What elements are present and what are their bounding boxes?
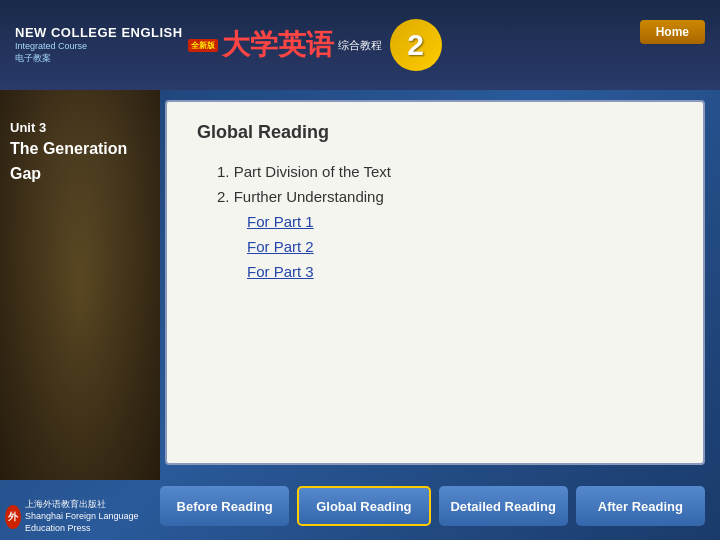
publisher-info: 外 上海外语教育出版社 Shanghai Foreign Language Ed… xyxy=(5,502,145,532)
bottom-nav: Before Reading Global Reading Detailed R… xyxy=(160,482,705,530)
unit-title-line1: The Generation xyxy=(10,139,127,160)
chinese-main-title: 大学英语 xyxy=(222,26,334,64)
publisher-icon: 外 xyxy=(5,505,21,529)
chinese-sub-title: 综合教程 xyxy=(338,38,382,53)
header-subtitle-integrated: Integrated Course xyxy=(15,41,183,51)
unit-info: Unit 3 The Generation Gap xyxy=(10,120,127,185)
header-title-eng: NEW COLLEGE ENGLISH xyxy=(15,25,183,40)
publisher-logo: 外 上海外语教育出版社 Shanghai Foreign Language Ed… xyxy=(5,502,145,532)
after-reading-button[interactable]: After Reading xyxy=(576,486,705,526)
content-card: Global Reading 1. Part Division of the T… xyxy=(165,100,705,465)
detailed-reading-button[interactable]: Detailed Reading xyxy=(439,486,568,526)
card-sub-3[interactable]: For Part 3 xyxy=(247,263,673,280)
header-bar: NEW COLLEGE ENGLISH Integrated Course 电子… xyxy=(0,0,720,90)
header-logo: NEW COLLEGE ENGLISH Integrated Course 电子… xyxy=(15,25,183,65)
before-reading-button[interactable]: Before Reading xyxy=(160,486,289,526)
publisher-text: 上海外语教育出版社 Shanghai Foreign Language Educ… xyxy=(25,499,145,534)
card-title: Global Reading xyxy=(197,122,673,143)
unit-title-line2: Gap xyxy=(10,164,127,185)
card-sub-1[interactable]: For Part 1 xyxy=(247,213,673,230)
card-sub-2[interactable]: For Part 2 xyxy=(247,238,673,255)
global-reading-button[interactable]: Global Reading xyxy=(297,486,430,526)
home-button[interactable]: Home xyxy=(640,20,705,44)
card-item-2: 2. Further Understanding xyxy=(217,188,673,205)
unit-label: Unit 3 xyxy=(10,120,127,135)
new-badge: 全新版 xyxy=(188,39,218,52)
circle-number: 2 xyxy=(390,19,442,71)
card-item-1: 1. Part Division of the Text xyxy=(217,163,673,180)
header-chinese-title: 全新版 大学英语 综合教程 2 xyxy=(188,19,442,71)
header-subtitle-cn: 电子教案 xyxy=(15,52,183,65)
